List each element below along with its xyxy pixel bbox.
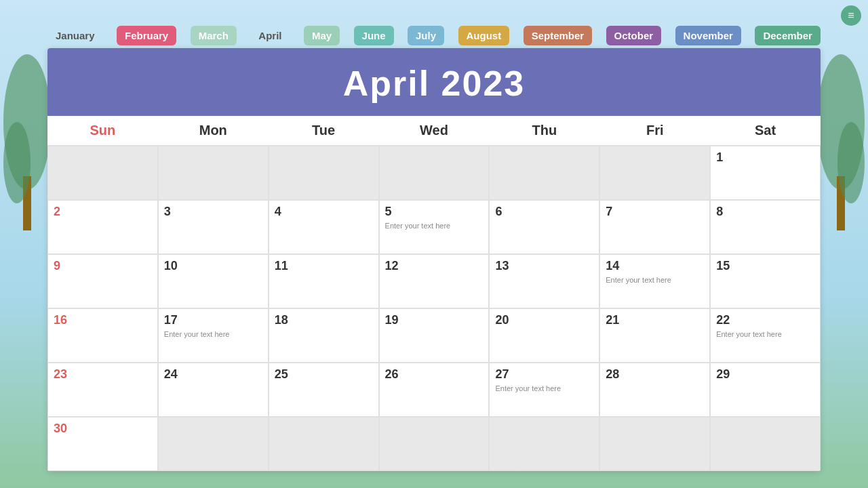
- calendar-cell-28[interactable]: 28: [599, 363, 710, 417]
- calendar-cell-empty-40: [599, 417, 710, 471]
- calendar-cell-empty-1: [158, 146, 269, 200]
- day-number: 3: [164, 205, 262, 219]
- day-number: 17: [164, 313, 262, 327]
- tab-march[interactable]: March: [191, 26, 237, 45]
- calendar-cell-17[interactable]: 17Enter your text here: [158, 308, 269, 363]
- calendar-cell-13[interactable]: 13: [489, 254, 599, 308]
- calendar-cell-9[interactable]: 9: [47, 254, 158, 308]
- calendar-cell-19[interactable]: 19: [379, 308, 490, 363]
- day-number: 16: [54, 313, 152, 327]
- month-tabs: JanuaryFebruaryMarchAprilMayJuneJulyAugu…: [47, 26, 821, 45]
- calendar-cell-21[interactable]: 21: [599, 308, 710, 363]
- calendar-cell-16[interactable]: 16: [47, 308, 158, 363]
- calendar-cell-25[interactable]: 25: [269, 363, 379, 417]
- day-number: 8: [716, 205, 814, 219]
- day-number: 19: [385, 313, 484, 327]
- calendar-cell-14[interactable]: 14Enter your text here: [599, 254, 710, 308]
- main-container: JanuaryFebruaryMarchAprilMayJuneJulyAugu…: [0, 0, 868, 488]
- tab-october[interactable]: October: [606, 26, 662, 45]
- calendar-cell-12[interactable]: 12: [379, 254, 490, 308]
- calendar-cell-4[interactable]: 4: [269, 200, 379, 254]
- cell-event-text[interactable]: Enter your text here: [716, 330, 814, 338]
- day-number: 12: [385, 259, 484, 273]
- day-header-mon: Mon: [158, 116, 269, 145]
- day-number: 4: [275, 205, 373, 219]
- day-header-wed: Wed: [379, 116, 490, 145]
- calendar-cell-30[interactable]: 30: [47, 417, 158, 471]
- calendar-cell-6[interactable]: 6: [489, 200, 599, 254]
- day-number: 22: [716, 313, 814, 327]
- cell-event-text[interactable]: Enter your text here: [495, 384, 593, 392]
- tab-february[interactable]: February: [117, 26, 176, 45]
- tab-april[interactable]: April: [250, 26, 290, 45]
- calendar-cell-23[interactable]: 23: [47, 363, 158, 417]
- day-number: 10: [164, 259, 262, 273]
- day-number: 30: [54, 422, 152, 436]
- day-number: 18: [275, 313, 373, 327]
- calendar-cell-20[interactable]: 20: [489, 308, 599, 363]
- day-number: 11: [275, 259, 373, 273]
- tab-september[interactable]: September: [524, 26, 593, 45]
- tab-december[interactable]: December: [755, 26, 821, 45]
- calendar-cell-15[interactable]: 15: [710, 254, 821, 308]
- calendar-cell-empty-41: [710, 417, 821, 471]
- calendar-cell-24[interactable]: 24: [158, 363, 269, 417]
- day-number: 6: [495, 205, 593, 219]
- day-number: 9: [54, 259, 152, 273]
- cell-event-text[interactable]: Enter your text here: [164, 330, 262, 338]
- calendar-cell-22[interactable]: 22Enter your text here: [710, 308, 821, 363]
- day-number: 5: [385, 205, 484, 219]
- calendar-cell-18[interactable]: 18: [269, 308, 379, 363]
- calendar-cell-empty-36: [158, 417, 269, 471]
- calendar-cell-8[interactable]: 8: [710, 200, 821, 254]
- day-number: 15: [716, 259, 814, 273]
- day-number: 27: [495, 367, 593, 382]
- calendar-cell-empty-37: [269, 417, 379, 471]
- calendar-cell-3[interactable]: 3: [158, 200, 269, 254]
- tab-january[interactable]: January: [47, 26, 103, 45]
- day-number: 26: [385, 367, 484, 382]
- calendar-header: April 2023 ≡: [47, 48, 821, 116]
- calendar-cell-2[interactable]: 2: [47, 200, 158, 254]
- day-header-fri: Fri: [599, 116, 710, 145]
- calendar-grid: 12345Enter your text here67891011121314E…: [47, 146, 821, 471]
- calendar-cell-empty-3: [379, 146, 490, 200]
- day-header-tue: Tue: [269, 116, 379, 145]
- tab-june[interactable]: June: [354, 26, 394, 45]
- day-number: 21: [606, 313, 704, 327]
- day-number: 7: [606, 205, 704, 219]
- calendar-cell-empty-0: [47, 146, 158, 200]
- tab-may[interactable]: May: [304, 26, 340, 45]
- day-header-sat: Sat: [710, 116, 821, 145]
- tab-november[interactable]: November: [675, 26, 741, 45]
- day-number: 23: [54, 367, 152, 382]
- cell-event-text[interactable]: Enter your text here: [606, 276, 704, 284]
- calendar-cell-empty-5: [599, 146, 710, 200]
- day-headers-row: SunMonTueWedThuFriSat: [47, 116, 821, 146]
- day-header-thu: Thu: [489, 116, 599, 145]
- tab-july[interactable]: July: [408, 26, 444, 45]
- day-number: 13: [495, 259, 593, 273]
- day-number: 24: [164, 367, 262, 382]
- calendar-cell-10[interactable]: 10: [158, 254, 269, 308]
- cell-event-text[interactable]: Enter your text here: [385, 222, 484, 230]
- day-number: 28: [606, 367, 704, 382]
- calendar-cell-26[interactable]: 26: [379, 363, 490, 417]
- calendar-cell-empty-39: [489, 417, 599, 471]
- calendar-cell-5[interactable]: 5Enter your text here: [379, 200, 490, 254]
- day-number: 1: [716, 150, 814, 165]
- calendar-cell-empty-38: [379, 417, 490, 471]
- calendar-cell-7[interactable]: 7: [599, 200, 710, 254]
- day-number: 20: [495, 313, 593, 327]
- calendar-cell-empty-2: [269, 146, 379, 200]
- calendar: April 2023 ≡ SunMonTueWedThuFriSat 12345…: [47, 48, 821, 471]
- day-number: 14: [606, 259, 704, 273]
- day-number: 25: [275, 367, 373, 382]
- calendar-cell-27[interactable]: 27Enter your text here: [489, 363, 599, 417]
- tab-august[interactable]: August: [458, 26, 510, 45]
- calendar-cell-empty-4: [489, 146, 599, 200]
- calendar-cell-11[interactable]: 11: [269, 254, 379, 308]
- calendar-cell-1[interactable]: 1: [710, 146, 821, 200]
- calendar-title: April 2023: [343, 64, 526, 103]
- calendar-cell-29[interactable]: 29: [710, 363, 821, 417]
